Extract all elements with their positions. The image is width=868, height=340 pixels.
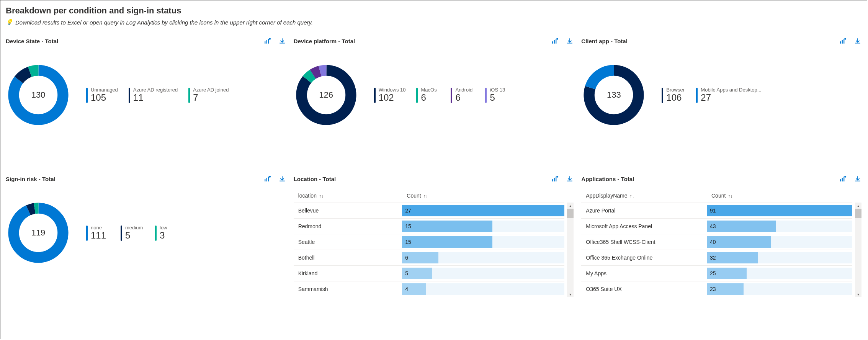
svg-rect-38: [843, 177, 844, 181]
svg-rect-36: [840, 179, 841, 181]
legend-value: 5: [125, 230, 144, 240]
card-title: Sign-in risk - Total: [6, 176, 264, 182]
download-icon[interactable]: [854, 37, 861, 45]
legend-item[interactable]: Azure AD joined 7: [188, 87, 229, 103]
legend-item[interactable]: Mobile Apps and Desktop... 27: [696, 87, 761, 103]
open-in-log-analytics-icon[interactable]: [264, 175, 271, 183]
row-name: Microsoft App Access Panel: [581, 219, 707, 234]
legend-item[interactable]: Browser 106: [662, 87, 685, 103]
card-device-state: Device State - Total 130 Unmanag: [6, 37, 286, 175]
svg-rect-1: [266, 40, 267, 44]
svg-point-35: [556, 176, 558, 178]
legend-value: 102: [379, 93, 406, 103]
scrollbar[interactable]: ▴ ▾: [855, 203, 861, 297]
page-title: Breakdown per condition and sign-in stat…: [6, 6, 861, 16]
table-row[interactable]: Office365 Shell WCSS-Client 40: [581, 234, 852, 250]
count-cell: 43: [707, 219, 852, 234]
legend-item[interactable]: low 3: [155, 225, 179, 240]
count-cell: 15: [402, 234, 564, 250]
svg-rect-9: [554, 40, 555, 44]
card-grid: Device State - Total 130 Unmanag: [6, 37, 861, 309]
svg-rect-2: [268, 39, 269, 43]
legend-label: Unmanaged: [91, 87, 118, 93]
donut-device-platform: 126: [294, 62, 359, 127]
row-name: Kirkland: [294, 266, 402, 281]
legend-label: medium: [125, 225, 144, 230]
legend-item[interactable]: Windows 10 102: [374, 87, 406, 103]
scroll-thumb[interactable]: [855, 209, 861, 218]
column-header-appdisplayname[interactable]: AppDisplayName↑↓: [581, 189, 707, 203]
donut-signin-risk: 119: [6, 200, 71, 265]
legend-item[interactable]: iOS 13 5: [485, 87, 509, 103]
legend-label: none: [91, 225, 110, 230]
legend-item[interactable]: Azure AD registered 11: [129, 87, 178, 103]
download-icon[interactable]: [566, 37, 574, 45]
row-name: Bothell: [294, 250, 402, 266]
download-icon[interactable]: [566, 175, 574, 183]
donut-total: 130: [31, 90, 46, 100]
card-location: Location - Total location↑↓: [294, 175, 574, 309]
count-cell: 40: [707, 234, 852, 250]
legend-value: 27: [701, 93, 761, 103]
table-row[interactable]: Bellevue 27: [294, 203, 565, 219]
open-in-log-analytics-icon[interactable]: [839, 37, 847, 45]
sort-icon: ↑↓: [319, 193, 324, 199]
legend-value: 105: [91, 93, 118, 103]
scroll-down-arrow-icon[interactable]: ▾: [857, 291, 859, 297]
open-in-log-analytics-icon[interactable]: [551, 175, 559, 183]
legend: none 111 medium 5 low 3: [86, 225, 179, 240]
card-title: Applications - Total: [581, 176, 839, 182]
location-table: location↑↓ Count↑↓ Bellevue 27 Red: [294, 189, 565, 297]
column-header-location[interactable]: location↑↓: [294, 189, 402, 203]
scroll-thumb[interactable]: [567, 209, 574, 218]
svg-rect-26: [268, 177, 269, 181]
table-row[interactable]: Office 365 Exchange Online 32: [581, 250, 852, 266]
row-name: Azure Portal: [581, 203, 707, 219]
open-in-log-analytics-icon[interactable]: [551, 37, 559, 45]
bulb-icon: 💡: [6, 19, 13, 26]
legend-item[interactable]: MacOs 6: [416, 87, 440, 103]
count-cell: 4: [402, 281, 564, 297]
svg-rect-25: [266, 178, 267, 181]
workbook-page: Breakdown per condition and sign-in stat…: [0, 0, 867, 339]
row-name: Seattle: [294, 234, 402, 250]
open-in-log-analytics-icon[interactable]: [264, 37, 271, 45]
table-row[interactable]: Azure Portal 91: [581, 203, 852, 219]
legend-item[interactable]: medium 5: [121, 225, 144, 240]
scroll-up-arrow-icon[interactable]: ▴: [569, 203, 571, 209]
download-icon[interactable]: [854, 175, 861, 183]
table-row[interactable]: O365 Suite UX 23: [581, 281, 852, 297]
sort-icon: ↑↓: [728, 193, 732, 199]
table-row[interactable]: Kirkland 5: [294, 266, 565, 281]
column-header-count[interactable]: Count↑↓: [402, 189, 564, 203]
legend-item[interactable]: Unmanaged 105: [86, 87, 118, 103]
row-name: Bellevue: [294, 203, 402, 219]
svg-rect-18: [842, 40, 843, 44]
tip-text: Download results to Excel or open query …: [15, 19, 313, 26]
legend-label: low: [160, 225, 179, 230]
column-header-count[interactable]: Count↑↓: [707, 189, 852, 203]
table-row[interactable]: Redmond 15: [294, 219, 565, 234]
table-row[interactable]: Sammamish 4: [294, 281, 565, 297]
row-name: Office365 Shell WCSS-Client: [581, 234, 707, 250]
scrollbar[interactable]: ▴ ▾: [567, 203, 574, 297]
svg-rect-37: [842, 178, 843, 181]
card-title: Device State - Total: [6, 38, 264, 44]
legend-item[interactable]: none 111: [86, 225, 110, 240]
scroll-down-arrow-icon[interactable]: ▾: [569, 291, 571, 297]
scroll-up-arrow-icon[interactable]: ▴: [857, 203, 859, 209]
legend-value: 3: [160, 230, 179, 240]
table-row[interactable]: Microsoft App Access Panel 43: [581, 219, 852, 234]
row-name: Sammamish: [294, 281, 402, 297]
table-row[interactable]: Bothell 6: [294, 250, 565, 266]
open-in-log-analytics-icon[interactable]: [839, 175, 847, 183]
download-icon[interactable]: [278, 37, 286, 45]
svg-point-27: [269, 176, 271, 178]
legend-item[interactable]: Android 6: [451, 87, 474, 103]
download-icon[interactable]: [278, 175, 286, 183]
legend-label: Mobile Apps and Desktop...: [701, 87, 761, 93]
table-row[interactable]: Seattle 15: [294, 234, 565, 250]
table-row[interactable]: My Apps 25: [581, 266, 852, 281]
row-name: My Apps: [581, 266, 707, 281]
legend: Windows 10 102 MacOs 6 Android 6 iOS 13 …: [374, 87, 509, 103]
